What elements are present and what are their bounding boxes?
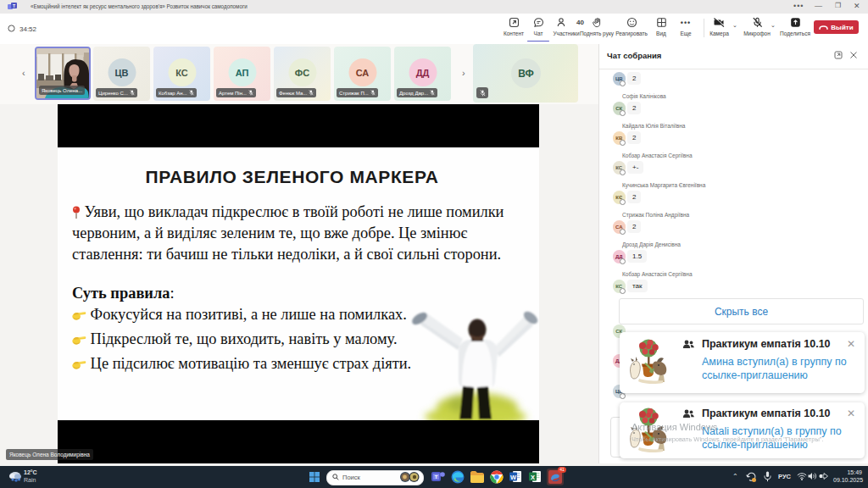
svg-text:W: W [510,474,517,481]
svg-text:X: X [531,474,535,481]
svg-text:T: T [435,474,438,480]
svg-text:T: T [13,3,15,8]
